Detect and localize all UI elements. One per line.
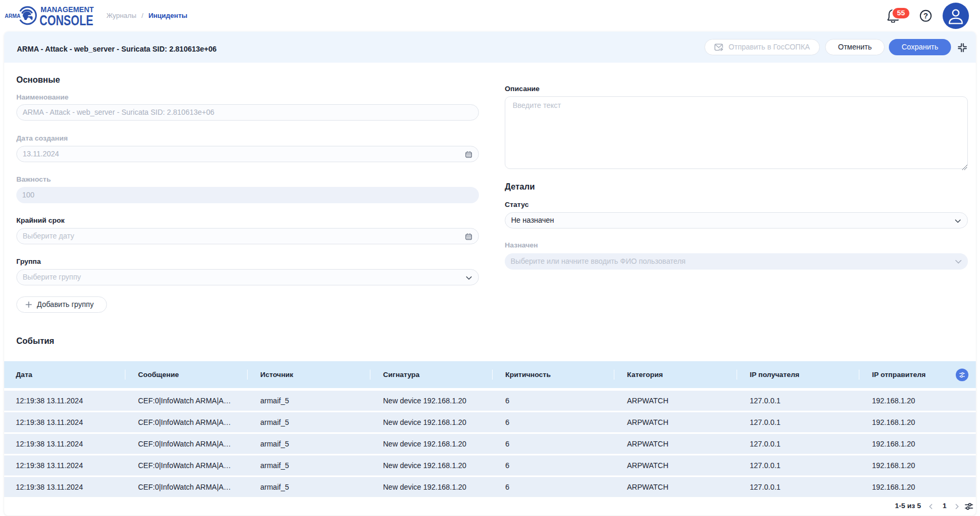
svg-text:CONSOLE: CONSOLE	[40, 12, 93, 28]
svg-text:ARMA: ARMA	[5, 13, 21, 19]
svg-text:?: ?	[924, 12, 928, 20]
